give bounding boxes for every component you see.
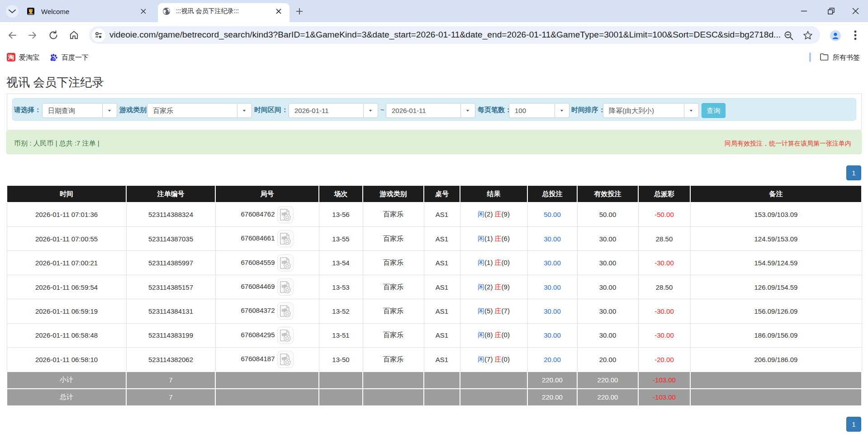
svg-text:du: du xyxy=(52,57,55,60)
